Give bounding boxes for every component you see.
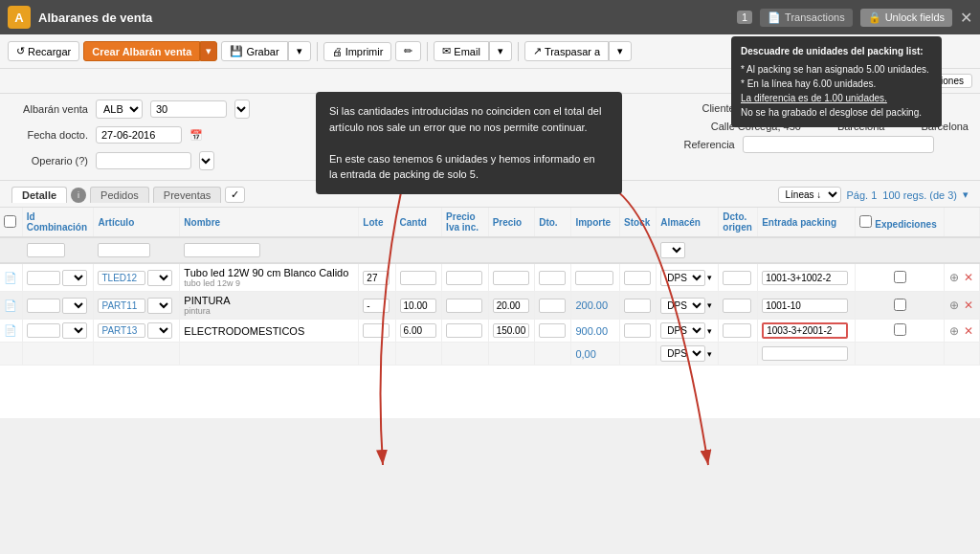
row4-almacen-select[interactable]: DPS xyxy=(660,345,705,362)
row3-precio-iva-input[interactable] xyxy=(446,323,482,338)
filter-almacen[interactable] xyxy=(660,242,685,258)
row1-almacen-select[interactable]: DPS xyxy=(660,270,705,286)
filter-nombre[interactable] xyxy=(184,243,260,257)
row1-cantd-input[interactable] xyxy=(400,271,436,285)
recargar-button[interactable]: ↺ Recargar xyxy=(8,41,79,61)
tab-pedidos[interactable]: Pedidos xyxy=(90,187,149,203)
row3-combinacion-select[interactable] xyxy=(62,322,87,339)
fecha-input[interactable] xyxy=(96,126,182,144)
tab-transactions[interactable]: 📄 Transactions xyxy=(760,9,853,27)
row3-cantd-input[interactable] xyxy=(400,323,436,338)
row1-combinacion-select[interactable] xyxy=(62,270,87,286)
row4-almacen-down[interactable]: ▾ xyxy=(707,349,712,359)
edit-button[interactable]: ✏ xyxy=(395,41,421,61)
row2-expediciones-check[interactable] xyxy=(894,299,906,311)
row1-precio-input[interactable] xyxy=(493,271,529,285)
data-table: IdCombinación Artículo Nombre Lote Cantd… xyxy=(0,208,980,366)
row1-dto-input[interactable] xyxy=(539,271,566,285)
crear-albaran-button[interactable]: Crear Albarán venta xyxy=(83,41,200,61)
col-dto: Dto. xyxy=(535,208,571,237)
operario-input[interactable] xyxy=(96,152,191,169)
regs-dropdown[interactable]: ▾ xyxy=(963,188,969,201)
email-dropdown[interactable]: ▾ xyxy=(489,41,512,61)
row1-lote-input[interactable] xyxy=(363,271,390,285)
row1-articulo-input[interactable] xyxy=(98,271,145,285)
row3-doc-icon[interactable]: 📄 xyxy=(4,324,17,336)
traspasar-dropdown[interactable]: ▾ xyxy=(609,41,632,61)
lineas-select[interactable]: Líneas ↓ xyxy=(778,187,841,203)
operario-select[interactable] xyxy=(199,151,214,170)
tab-detalle[interactable]: Detalle xyxy=(11,187,67,203)
refresh-icon: ↺ xyxy=(16,45,25,57)
row4-packing-input[interactable] xyxy=(762,346,848,361)
tab-check-button[interactable]: ✓ xyxy=(225,187,245,203)
row1-stock-input[interactable] xyxy=(624,271,651,285)
row1-precio-iva-input[interactable] xyxy=(446,271,482,285)
albaran-num-select[interactable] xyxy=(234,100,250,119)
row1-almacen-down[interactable]: ▾ xyxy=(707,273,712,282)
expediciones-checkbox[interactable] xyxy=(859,215,872,228)
row3-articulo-input[interactable] xyxy=(98,323,145,338)
row3-stock-input[interactable] xyxy=(624,323,651,338)
row3-dcto-input[interactable] xyxy=(723,323,751,338)
albaran-num-input[interactable] xyxy=(150,100,227,118)
row1-articulo-select[interactable] xyxy=(147,270,172,286)
row3-packing-input[interactable] xyxy=(762,322,848,339)
row3-precio-input[interactable] xyxy=(493,323,529,338)
popup-line1: Si las cantidades introducidas no coinci… xyxy=(329,103,609,120)
row2-dto-input[interactable] xyxy=(539,299,566,313)
row3-lote-input[interactable] xyxy=(363,323,390,338)
row1-delete-btn[interactable]: ✕ xyxy=(963,270,974,285)
popup-line5: la entrada de packing de solo 5. xyxy=(329,166,609,183)
row2-copy-btn[interactable]: ⊕ xyxy=(948,298,960,313)
row2-cantd-input[interactable] xyxy=(400,299,436,313)
row2-precio-iva-input[interactable] xyxy=(446,299,482,313)
row1-expediciones-check[interactable] xyxy=(894,271,906,283)
row2-almacen-down[interactable]: ▾ xyxy=(707,300,712,310)
traspasar-button[interactable]: ↗ Traspasar a xyxy=(524,41,609,61)
imprimir-button[interactable]: 🖨 Imprimir xyxy=(323,42,392,61)
albaran-type-select[interactable]: ALB xyxy=(96,100,143,119)
row1-combinacion-input[interactable] xyxy=(27,271,60,285)
titlebar-badge: 1 xyxy=(737,11,752,24)
row3-almacen-down[interactable]: ▾ xyxy=(707,326,712,336)
close-button[interactable]: ✕ xyxy=(960,9,972,27)
row2-dcto-input[interactable] xyxy=(723,299,751,313)
row2-doc-icon[interactable]: 📄 xyxy=(4,299,17,311)
row-doc-icon[interactable]: 📄 xyxy=(4,272,17,283)
row1-importe-input[interactable] xyxy=(575,271,613,285)
popup-line2: artículo nos sale un error que no nos pe… xyxy=(329,120,609,136)
row3-dto-input[interactable] xyxy=(539,323,566,338)
row3-combinacion-input[interactable] xyxy=(27,323,60,338)
row1-copy-btn[interactable]: ⊕ xyxy=(948,270,960,285)
row2-combinacion-select[interactable] xyxy=(62,298,87,314)
row1-packing-input[interactable] xyxy=(762,271,848,285)
row3-copy-btn[interactable]: ⊕ xyxy=(948,323,960,339)
row2-almacen-select[interactable]: DPS xyxy=(660,298,705,314)
tab-preventas[interactable]: Preventas xyxy=(153,187,222,203)
row3-almacen-select[interactable]: DPS xyxy=(660,322,705,339)
row2-packing-input[interactable] xyxy=(762,299,848,313)
filter-articulo[interactable] xyxy=(98,243,150,257)
row3-articulo-select[interactable] xyxy=(147,322,172,339)
row2-stock-input[interactable] xyxy=(624,299,651,313)
row3-expediciones-check[interactable] xyxy=(894,323,906,336)
tab-unlock-fields[interactable]: 🔒 Unlock fields xyxy=(860,9,952,27)
row3-delete-btn[interactable]: ✕ xyxy=(963,323,974,339)
email-button[interactable]: ✉ Email xyxy=(434,41,489,61)
grabar-btn-group: 💾 Grabar ▾ xyxy=(221,41,310,61)
select-all-checkbox[interactable] xyxy=(4,215,16,228)
filter-combinacion[interactable] xyxy=(27,243,65,257)
grabar-dropdown[interactable]: ▾ xyxy=(288,41,311,61)
row2-delete-btn[interactable]: ✕ xyxy=(963,298,974,313)
referencia-input[interactable] xyxy=(743,136,934,153)
row2-articulo-select[interactable] xyxy=(147,298,172,314)
row1-dcto-input[interactable] xyxy=(723,271,751,285)
row2-precio-input[interactable] xyxy=(493,299,529,313)
grabar-button[interactable]: 💾 Grabar xyxy=(221,41,287,61)
row2-lote-input[interactable] xyxy=(363,299,390,313)
calendar-icon[interactable]: 📅 xyxy=(189,129,203,142)
row2-combinacion-input[interactable] xyxy=(27,299,60,313)
crear-albaran-dropdown[interactable]: ▾ xyxy=(200,41,217,61)
row2-articulo-input[interactable] xyxy=(98,299,145,313)
